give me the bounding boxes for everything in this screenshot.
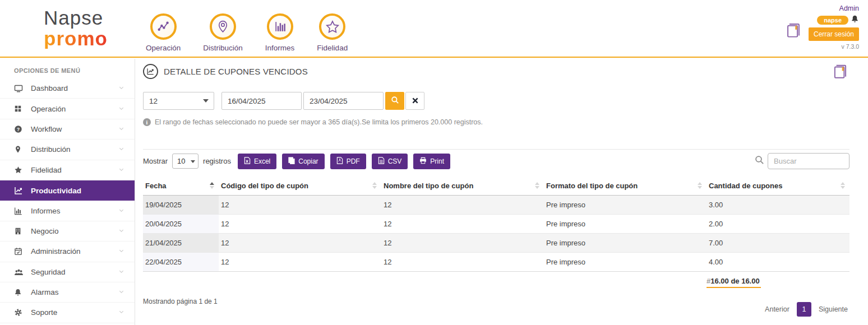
cell-fecha: 22/04/2025 <box>143 253 219 271</box>
pdf-file-icon <box>336 157 343 166</box>
sidebar-item-label: Informes <box>31 207 118 215</box>
nav-informes-label: Informes <box>265 44 295 52</box>
chevron-down-icon <box>118 125 124 133</box>
chevron-down-icon <box>118 105 124 113</box>
svg-text:?: ? <box>17 126 20 132</box>
cell-formato: Pre impreso <box>544 220 707 228</box>
bell-icon <box>14 288 25 296</box>
map-pin-icon <box>210 13 236 40</box>
chevron-down-icon <box>118 227 124 235</box>
export-buttons: Excel Copiar PDF CSV Print <box>238 154 450 169</box>
nav-distribucion[interactable]: Distribución <box>203 13 243 52</box>
trend-icon <box>14 186 25 195</box>
chevron-down-icon <box>118 247 124 256</box>
nav-operacion-label: Operación <box>146 44 181 52</box>
column-header-label: Código del tipo de cupón <box>221 182 308 190</box>
cell-formato: Pre impreso <box>544 239 707 247</box>
chevron-down-icon <box>118 288 124 296</box>
cell-codigo: 12 <box>219 258 381 266</box>
sort-icon <box>210 182 214 189</box>
sidebar-item-administracion[interactable]: Administración <box>0 242 135 262</box>
star-icon <box>14 166 25 174</box>
export-button-label: PDF <box>347 157 360 165</box>
table-controls-row: Mostrar 10 registros Excel Copiar PDF <box>143 153 849 169</box>
logout-button[interactable]: Cerrar sesión <box>809 27 859 41</box>
map-pin-icon <box>14 145 25 154</box>
sidebar-item-operacion[interactable]: Operación <box>0 99 135 119</box>
user-area: Admin napse Cerrar sesión v 7.3.0 <box>784 4 859 50</box>
expired-coupons-table: Fecha Código del tipo de cupón Nombre de… <box>143 177 849 292</box>
chevron-down-icon <box>118 145 124 154</box>
user-name: Admin <box>839 4 859 12</box>
show-label: Mostrar <box>143 157 168 165</box>
logo-napse-text: Napse <box>44 7 108 28</box>
column-header-nombre[interactable]: Nombre del tipo de cupón <box>381 177 544 195</box>
sidebar-item-seguridad[interactable]: Seguridad <box>0 262 135 282</box>
filter-row: 12 <box>143 92 849 110</box>
chevron-down-icon <box>118 268 124 276</box>
cell-fecha: 21/04/2025 <box>143 234 219 252</box>
sort-icon <box>841 182 845 189</box>
date-to-input[interactable] <box>303 92 384 110</box>
export-excel-button[interactable]: Excel <box>238 154 276 169</box>
pagination-page-1[interactable]: 1 <box>797 302 811 317</box>
table-row[interactable]: 22/04/2025 12 12 Pre impreso 4.00 <box>143 253 849 272</box>
sidebar-item-informes[interactable]: Informes <box>0 201 135 221</box>
table-row[interactable]: 20/04/2025 12 12 Pre impreso 2.00 <box>143 215 849 234</box>
filter-search-button[interactable] <box>385 92 404 110</box>
sidebar-item-label: Fidelidad <box>31 166 118 174</box>
column-header-codigo[interactable]: Código del tipo de cupón <box>219 177 381 195</box>
cell-nombre: 12 <box>381 201 544 209</box>
section-divider <box>143 149 849 150</box>
export-copy-button[interactable]: Copiar <box>282 154 324 169</box>
logo-promo-text: promo <box>44 28 108 49</box>
table-search-input[interactable] <box>768 153 849 169</box>
star-icon <box>319 13 345 40</box>
page-size-select[interactable]: 10 <box>173 154 198 168</box>
column-header-formato[interactable]: Formato del tipo de cupón <box>544 177 707 195</box>
page-title: DETALLE DE CUPONES VENCIDOS <box>164 67 308 76</box>
pagination-next[interactable]: Siguiente <box>819 305 848 313</box>
cell-codigo: 12 <box>219 239 381 247</box>
sidebar-item-distribucion[interactable]: Distribución <box>0 140 135 160</box>
sidebar-item-soporte[interactable]: Soporte <box>0 303 135 323</box>
nav-distribucion-label: Distribución <box>203 44 243 52</box>
search-icon <box>755 155 764 167</box>
export-print-button[interactable]: Print <box>413 154 450 169</box>
column-header-fecha[interactable]: Fecha <box>143 177 219 195</box>
sidebar-item-fidelidad[interactable]: Fidelidad <box>0 160 135 180</box>
table-search <box>755 153 849 169</box>
range-info-text: El rango de fechas seleccionado no puede… <box>155 118 483 126</box>
sidebar-item-productividad[interactable]: Productividad <box>0 180 135 201</box>
total-amount: #16.00 de 16.00 <box>707 276 761 288</box>
sidebar-item-workflow[interactable]: ? Workflow <box>0 119 135 140</box>
sidebar-item-dashboard[interactable]: Dashboard <box>0 78 135 99</box>
nav-operacion[interactable]: Operación <box>146 13 181 52</box>
cell-codigo: 12 <box>219 220 381 228</box>
cell-nombre: 12 <box>381 220 544 228</box>
nav-informes[interactable]: Informes <box>265 13 295 52</box>
table-row[interactable]: 21/04/2025 12 12 Pre impreso 7.00 <box>143 234 849 253</box>
manual-book-icon[interactable] <box>784 21 803 50</box>
sidebar-item-alarmas[interactable]: Alarmas <box>0 282 135 303</box>
pagination: Anterior 1 Siguiente <box>765 302 848 317</box>
table-row[interactable]: 19/04/2025 12 12 Pre impreso 3.00 <box>143 196 849 215</box>
sidebar-item-label: Alarmas <box>31 288 118 296</box>
coupon-type-select[interactable]: 12 <box>144 92 214 109</box>
sidebar-item-negocio[interactable]: Negocio <box>0 221 135 242</box>
filter-clear-button[interactable] <box>405 92 424 110</box>
column-header-label: Nombre del tipo de cupón <box>384 182 473 190</box>
printer-icon <box>419 157 427 166</box>
column-header-cantidad[interactable]: Cantidad de cupones <box>707 177 849 195</box>
sidebar-item-label: Soporte <box>31 308 118 317</box>
badge-row: napse <box>817 15 859 25</box>
export-button-label: Excel <box>254 157 270 165</box>
export-csv-button[interactable]: CSV <box>372 154 408 169</box>
pagination-previous[interactable]: Anterior <box>765 305 789 313</box>
date-from-input[interactable] <box>221 92 302 110</box>
table-footer-row: Mostrando página 1 de 1 Anterior 1 Sigui… <box>143 293 849 317</box>
notifications-bell-icon[interactable] <box>851 15 859 25</box>
nav-fidelidad[interactable]: Fidelidad <box>317 13 348 52</box>
column-header-label: Formato del tipo de cupón <box>546 182 638 190</box>
export-pdf-button[interactable]: PDF <box>330 154 366 169</box>
